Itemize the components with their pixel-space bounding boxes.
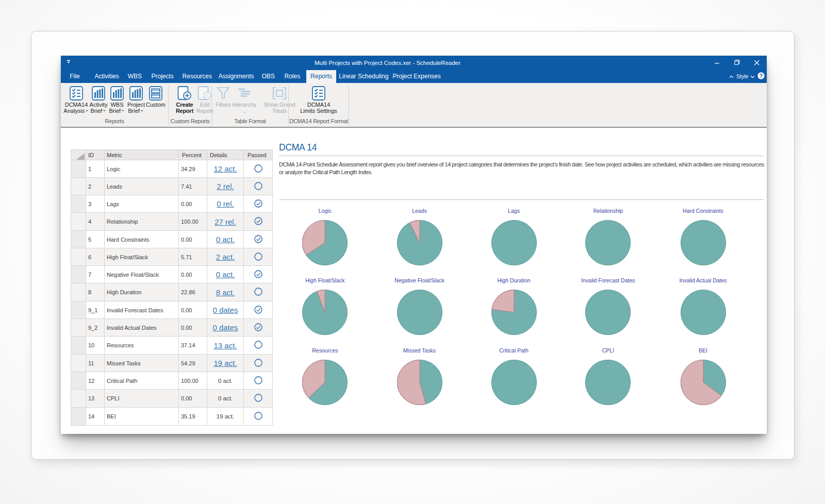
svg-text:?: ? [760, 73, 763, 79]
